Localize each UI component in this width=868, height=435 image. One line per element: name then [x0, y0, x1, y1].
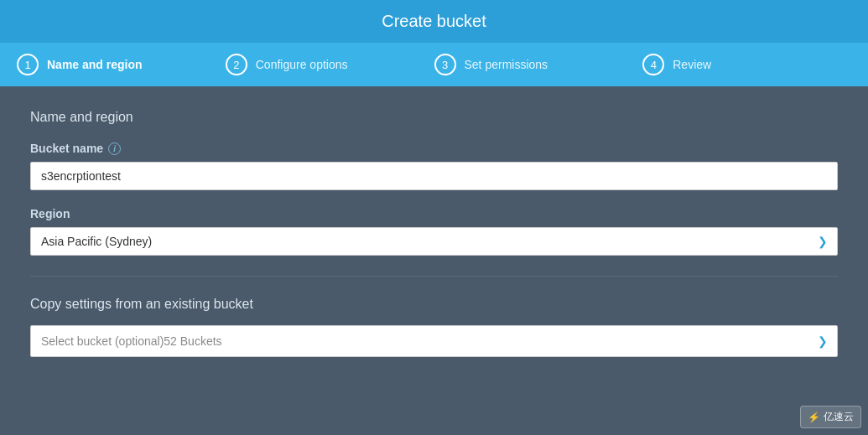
form-section-title: Name and region	[30, 110, 838, 125]
copy-section-title: Copy settings from an existing bucket	[30, 297, 838, 312]
step-3-number: 3	[434, 54, 456, 75]
steps-bar: 1 Name and region 2 Configure options 3 …	[0, 43, 868, 86]
main-content: Name and region Bucket name i Region Asi…	[0, 86, 868, 435]
step-1-number: 1	[17, 54, 39, 75]
step-4-number: 4	[642, 54, 664, 75]
watermark-logo: ⚡	[808, 412, 820, 423]
bucket-name-input[interactable]	[30, 162, 838, 190]
bucket-name-label: Bucket name i	[30, 142, 838, 155]
page-title-bar: Create bucket	[0, 0, 868, 43]
copy-bucket-wrapper: Select bucket (optional)52 Buckets ❯	[30, 325, 838, 357]
step-2-label: Configure options	[256, 58, 348, 71]
step-2-number: 2	[226, 54, 247, 75]
watermark: ⚡ 亿速云	[800, 406, 861, 428]
step-2[interactable]: 2 Configure options	[226, 54, 434, 75]
region-label: Region	[30, 207, 838, 220]
section-divider	[30, 276, 838, 277]
copy-bucket-select[interactable]: Select bucket (optional)52 Buckets	[30, 325, 838, 357]
step-1-label: Name and region	[47, 58, 143, 71]
bucket-name-info-icon[interactable]: i	[108, 142, 121, 155]
region-select-wrapper: Asia Pacific (Sydney) US East (N. Virgin…	[30, 227, 838, 256]
page-title: Create bucket	[382, 12, 486, 30]
step-3-label: Set permissions	[465, 58, 548, 71]
step-4-label: Review	[673, 58, 711, 71]
step-1[interactable]: 1 Name and region	[17, 54, 226, 75]
watermark-text: 亿速云	[824, 410, 854, 424]
step-4[interactable]: 4 Review	[642, 54, 851, 75]
region-select[interactable]: Asia Pacific (Sydney) US East (N. Virgin…	[30, 227, 838, 256]
step-3[interactable]: 3 Set permissions	[434, 54, 643, 75]
